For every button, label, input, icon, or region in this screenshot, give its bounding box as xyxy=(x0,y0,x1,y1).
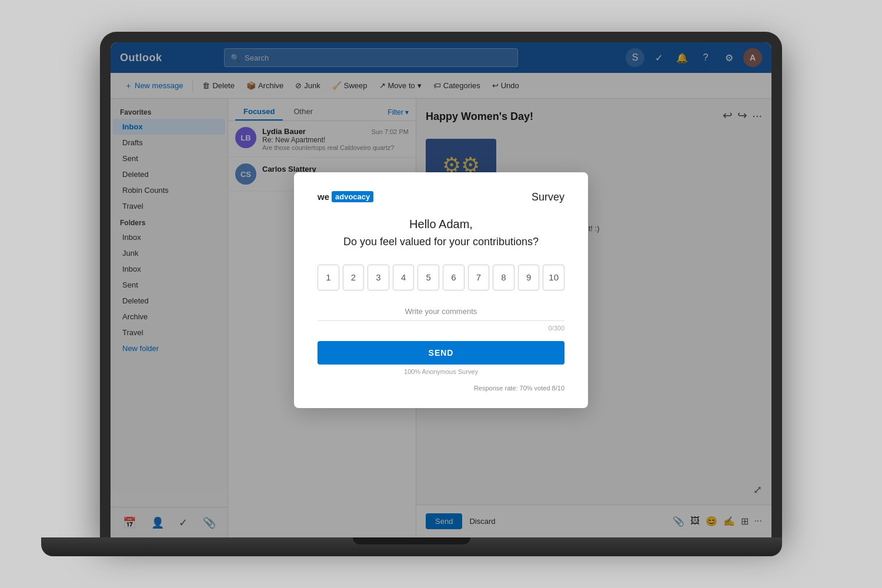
rating-btn-7[interactable]: 7 xyxy=(468,265,490,290)
response-rate: Response rate: 70% voted 8/10 xyxy=(318,385,564,392)
rating-btn-6[interactable]: 6 xyxy=(443,265,465,290)
modal-overlay: we advocacy Survey Hello Adam, Do you fe… xyxy=(111,42,771,537)
rating-btn-8[interactable]: 8 xyxy=(493,265,514,290)
advocacy-badge: advocacy xyxy=(332,191,373,202)
rating-btn-10[interactable]: 10 xyxy=(543,265,564,290)
modal-greeting: Hello Adam, xyxy=(318,218,564,231)
rating-btn-5[interactable]: 5 xyxy=(417,265,439,290)
rating-row: 1 2 3 4 5 6 7 8 9 10 xyxy=(318,265,564,290)
rating-btn-9[interactable]: 9 xyxy=(518,265,540,290)
we-text: we xyxy=(318,192,329,202)
survey-send-button[interactable]: SEND xyxy=(318,341,564,365)
modal-header: we advocacy Survey xyxy=(318,191,564,203)
rating-btn-1[interactable]: 1 xyxy=(318,265,339,290)
rating-btn-2[interactable]: 2 xyxy=(343,265,365,290)
rating-btn-4[interactable]: 4 xyxy=(393,265,415,290)
modal-question: Do you feel valued for your contribution… xyxy=(318,236,564,248)
anonymous-label: 100% Anonymous Survey xyxy=(318,368,564,375)
survey-title: Survey xyxy=(532,191,564,203)
laptop-notch xyxy=(353,537,470,544)
comments-divider xyxy=(318,320,564,321)
comments-counter: 0/300 xyxy=(318,325,564,332)
we-advocacy-logo: we advocacy xyxy=(318,191,373,202)
survey-modal: we advocacy Survey Hello Adam, Do you fe… xyxy=(294,172,588,408)
rating-btn-3[interactable]: 3 xyxy=(368,265,389,290)
laptop-base xyxy=(41,537,782,556)
comments-label: Write your comments xyxy=(318,307,564,316)
